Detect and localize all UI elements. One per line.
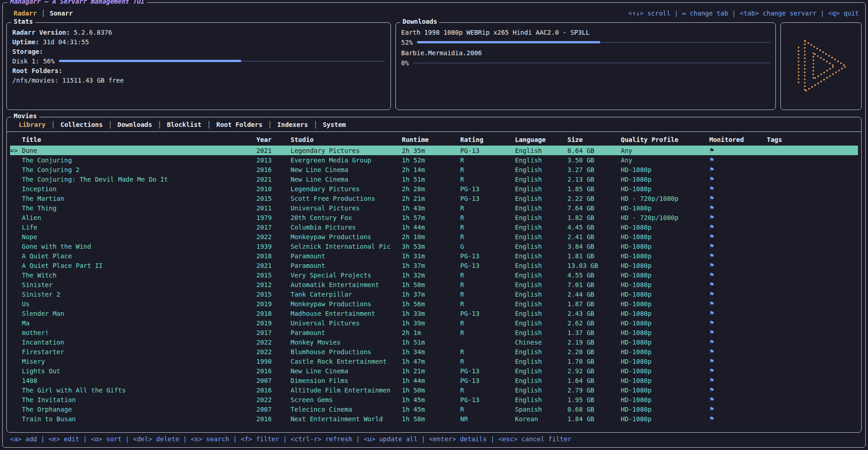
- tab-collections[interactable]: Collections: [55, 121, 108, 128]
- table-row[interactable]: The Witch 2015 Very Special Projects 1h …: [10, 270, 858, 280]
- cell-studio: Altitude Film Entertainmen: [291, 387, 402, 394]
- cell-title: Ma: [22, 319, 256, 327]
- cell-language: Chinese: [515, 339, 567, 346]
- table-row[interactable]: Gone with the Wind 1939 Selznick Interna…: [10, 241, 858, 251]
- cell-title: Sinister 2: [22, 291, 256, 298]
- table-row[interactable]: Alien 1979 20th Century Fox 1h 57m R Eng…: [10, 213, 858, 222]
- table-row[interactable]: Firestarter 2022 Blumhouse Productions 1…: [10, 347, 858, 356]
- cell-size: 1.85 GB: [567, 185, 621, 193]
- table-row[interactable]: Sinister 2 2015 Tank Caterpillar 1h 37m …: [10, 289, 858, 299]
- cell-rating: R: [460, 348, 515, 356]
- cell-size: 2.19 GB: [567, 339, 621, 346]
- cell-runtime: 1h 31m: [402, 252, 460, 260]
- table-row[interactable]: The Thing 2011 Universal Pictures 1h 43m…: [10, 203, 858, 213]
- cell-year: 2021: [256, 262, 291, 269]
- cell-studio: Universal Pictures: [291, 319, 402, 327]
- monitored-flag-icon: ⚑: [709, 243, 767, 250]
- servarr-tabs: Radarr│Sonarr: [9, 10, 78, 17]
- table-row[interactable]: Sinister 2012 Automatik Entertainment 1h…: [10, 280, 858, 289]
- table-row[interactable]: 1408 2007 Dimension Films 1h 44m PG-13 E…: [10, 376, 858, 385]
- cell-language: English: [515, 147, 567, 154]
- cell-size: 7.64 GB: [567, 204, 621, 212]
- table-row[interactable]: The Invitation 2022 Screen Gems 1h 45m P…: [10, 395, 858, 404]
- cell-studio: Monkeypaw Productions: [291, 300, 402, 308]
- cell-language: English: [515, 176, 567, 183]
- table-row[interactable]: Nope 2022 Monkeypaw Productions 2h 10m R…: [10, 232, 858, 241]
- table-row[interactable]: The Orphanage 2007 Telecinco Cinema 1h 4…: [10, 404, 858, 414]
- cell-quality-profile: HD-1080p: [621, 377, 709, 384]
- cell-rating: NR: [460, 415, 515, 423]
- cell-year: 1939: [256, 243, 291, 250]
- cell-runtime: 1h 34m: [402, 348, 460, 356]
- cell-quality-profile: HD-1080p: [621, 243, 709, 250]
- table-row[interactable]: Lights Out 2016 New Line Cinema 1h 21m P…: [10, 366, 858, 376]
- cell-title: mother!: [22, 329, 256, 336]
- cell-runtime: 2h 1m: [402, 329, 460, 336]
- table-row[interactable]: A Quiet Place Part II 2021 Paramount 1h …: [10, 261, 858, 270]
- table-header: TitleYearStudioRuntimeRatingLanguageSize…: [10, 133, 858, 146]
- table-row[interactable]: Life 2017 Columbia Pictures 1h 44m R Eng…: [10, 222, 858, 232]
- cell-year: 2012: [256, 281, 291, 288]
- table-row[interactable]: mother! 2017 Paramount 2h 1m R English 1…: [10, 328, 858, 337]
- cell-quality-profile: HD-1080p: [621, 233, 709, 241]
- table-row[interactable]: Slender Man 2018 Madhouse Entertainment …: [10, 309, 858, 318]
- cell-language: English: [515, 281, 567, 288]
- cell-title: Alien: [22, 214, 256, 221]
- cell-runtime: 1h 51m: [402, 176, 460, 183]
- cell-language: Korean: [515, 415, 567, 423]
- cell-year: 2016: [256, 367, 291, 375]
- uptime-label: Uptime:: [12, 38, 39, 46]
- table-row[interactable]: Us 2019 Monkeypaw Productions 1h 56m R E…: [10, 299, 858, 309]
- cell-language: English: [515, 377, 567, 384]
- tab-blocklist[interactable]: Blocklist: [161, 121, 207, 128]
- tab-sonarr[interactable]: Sonarr: [45, 10, 78, 17]
- cell-size: 4.55 GB: [567, 272, 621, 279]
- cell-year: 2015: [256, 291, 291, 298]
- cell-studio: Selznick International Pic: [291, 243, 402, 250]
- table-row[interactable]: The Conjuring 2 2016 New Line Cinema 2h …: [10, 165, 858, 174]
- cell-year: 2018: [256, 310, 291, 317]
- table-row[interactable]: Incantation 2022 Monkey Movies 1h 51m Ch…: [10, 337, 858, 347]
- table-row[interactable]: The Conjuring 2013 Evergreen Media Group…: [10, 155, 858, 165]
- cell-runtime: 1h 50m: [402, 281, 460, 288]
- table-row[interactable]: => Dune 2021 Legendary Pictures 2h 35m P…: [10, 146, 858, 155]
- cell-studio: New Line Cinema: [291, 166, 402, 173]
- cell-language: English: [515, 358, 567, 365]
- cell-quality-profile: HD-1080p: [621, 185, 709, 193]
- table-row[interactable]: The Girl with All the Gifts 2016 Altitud…: [10, 385, 858, 395]
- cell-size: 1.82 GB: [567, 214, 621, 221]
- tab-system[interactable]: System: [317, 121, 352, 128]
- table-row[interactable]: Misery 1990 Castle Rock Entertainment 1h…: [10, 356, 858, 366]
- cell-year: 2013: [256, 157, 291, 164]
- table-row[interactable]: The Martian 2015 Scott Free Productions …: [10, 194, 858, 203]
- cell-quality-profile: HD-1080p: [621, 176, 709, 183]
- cell-rating: R: [460, 319, 515, 327]
- cell-runtime: 2h 21m: [402, 195, 460, 202]
- monitored-flag-icon: ⚑: [709, 204, 767, 211]
- cell-runtime: 1h 37m: [402, 291, 460, 298]
- movies-table-body[interactable]: => Dune 2021 Legendary Pictures 2h 35m P…: [10, 146, 858, 424]
- cell-language: English: [515, 233, 567, 241]
- stats-panel-title: Stats: [11, 18, 35, 25]
- cell-size: 1.87 GB: [567, 300, 621, 308]
- cell-size: 3.84 GB: [567, 243, 621, 250]
- tab-radarr[interactable]: Radarr: [9, 10, 42, 17]
- table-row[interactable]: Inception 2010 Legendary Pictures 2h 28m…: [10, 184, 858, 194]
- monitored-flag-icon: ⚑: [709, 262, 767, 269]
- cell-title: 1408: [22, 377, 256, 384]
- table-row[interactable]: The Conjuring: The Devil Made Me Do It 2…: [10, 174, 858, 184]
- radarr-version-label: Radarr Version:: [12, 29, 70, 36]
- cell-rating: PG-13: [460, 367, 515, 375]
- tab-indexers[interactable]: Indexers: [272, 121, 313, 128]
- table-row[interactable]: Ma 2019 Universal Pictures 1h 39m R Engl…: [10, 318, 858, 328]
- disk-usage-label: Disk 1: 56%: [12, 58, 55, 65]
- table-row[interactable]: Train to Busan 2016 Next Entertainment W…: [10, 414, 858, 424]
- cell-studio: New Line Cinema: [291, 176, 402, 183]
- tab-root-folders[interactable]: Root Folders: [211, 121, 268, 128]
- tab-library[interactable]: Library: [13, 121, 51, 128]
- tab-downloads[interactable]: Downloads: [112, 121, 158, 128]
- cell-size: 4.45 GB: [567, 224, 621, 231]
- cell-size: 1.81 GB: [567, 252, 621, 260]
- cell-runtime: 2h 28m: [402, 185, 460, 193]
- table-row[interactable]: A Quiet Place 2018 Paramount 1h 31m PG-1…: [10, 251, 858, 261]
